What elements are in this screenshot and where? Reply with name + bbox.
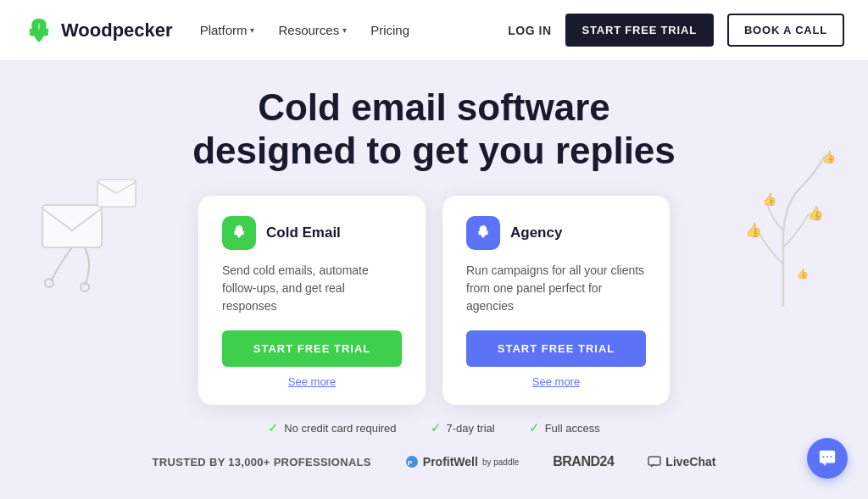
check-icon-2: ✓: [431, 420, 442, 435]
cold-email-desc: Send cold emails, automate follow-ups, a…: [222, 262, 402, 315]
agency-card: Agency Run campaigns for all your client…: [442, 196, 670, 405]
livechat-logo: LiveChat: [648, 455, 715, 469]
agency-icon: [466, 216, 500, 250]
hero-section: 👍 👍 👍 👍 👍 Cold email software designed t…: [0, 61, 868, 476]
svg-text:P: P: [408, 459, 413, 467]
logo-icon: [24, 15, 54, 46]
svg-text:👍: 👍: [821, 150, 837, 164]
agency-desc: Run campaigns for all your clients from …: [466, 262, 646, 315]
check-icon-1: ✓: [268, 420, 279, 435]
svg-rect-11: [648, 457, 660, 465]
logo-text: Woodpecker: [61, 19, 173, 42]
nav-platform[interactable]: Platform ▾: [200, 23, 255, 37]
logo-area[interactable]: Woodpecker: [24, 15, 173, 46]
nav-links: Platform ▾ Resources ▾ Pricing: [200, 23, 509, 37]
platform-chevron-icon: ▾: [250, 25, 254, 35]
badge-7day-trial: ✓ 7-day trial: [431, 420, 495, 435]
book-call-button[interactable]: BOOK A CALL: [727, 14, 844, 47]
trusted-label: TRUSTED BY 13,000+ PROFESSIONALS: [153, 456, 371, 469]
agency-title: Agency: [510, 225, 562, 241]
brand24-logo: BRAND24: [553, 454, 614, 469]
cold-email-title: Cold Email: [266, 225, 341, 241]
agency-card-header: Agency: [466, 216, 646, 250]
start-trial-nav-button[interactable]: START FREE TRIAL: [565, 14, 714, 47]
cards-row: Cold Email Send cold emails, automate fo…: [17, 196, 851, 405]
login-button[interactable]: LOG IN: [508, 24, 551, 37]
livechat-icon: [648, 455, 661, 469]
nav-pricing[interactable]: Pricing: [370, 23, 409, 37]
agency-see-more[interactable]: See more: [466, 375, 646, 388]
chat-bubble-button[interactable]: [807, 438, 848, 479]
chat-bubble-icon: [818, 449, 837, 468]
agency-trial-button[interactable]: START FREE TRIAL: [466, 330, 646, 367]
navbar: Woodpecker Platform ▾ Resources ▾ Pricin…: [0, 0, 868, 61]
check-icon-3: ✓: [529, 420, 540, 435]
profitwell-icon: P: [405, 455, 419, 469]
cold-email-card: Cold Email Send cold emails, automate fo…: [198, 196, 426, 405]
badges-row: ✓ No credit card required ✓ 7-day trial …: [17, 420, 851, 435]
profitwell-logo: P ProfitWell by paddle: [405, 455, 519, 469]
resources-chevron-icon: ▾: [342, 25, 347, 35]
badge-no-credit-card: ✓ No credit card required: [268, 420, 396, 435]
nav-actions: LOG IN START FREE TRIAL BOOK A CALL: [508, 14, 844, 47]
cold-email-see-more[interactable]: See more: [222, 375, 402, 388]
nav-resources[interactable]: Resources ▾: [278, 23, 347, 37]
cold-email-trial-button[interactable]: START FREE TRIAL: [222, 330, 402, 367]
cold-email-card-header: Cold Email: [222, 216, 402, 250]
badge-full-access: ✓ Full access: [529, 420, 600, 435]
cold-email-icon: [222, 216, 256, 250]
trusted-row: TRUSTED BY 13,000+ PROFESSIONALS P Profi…: [17, 447, 851, 476]
